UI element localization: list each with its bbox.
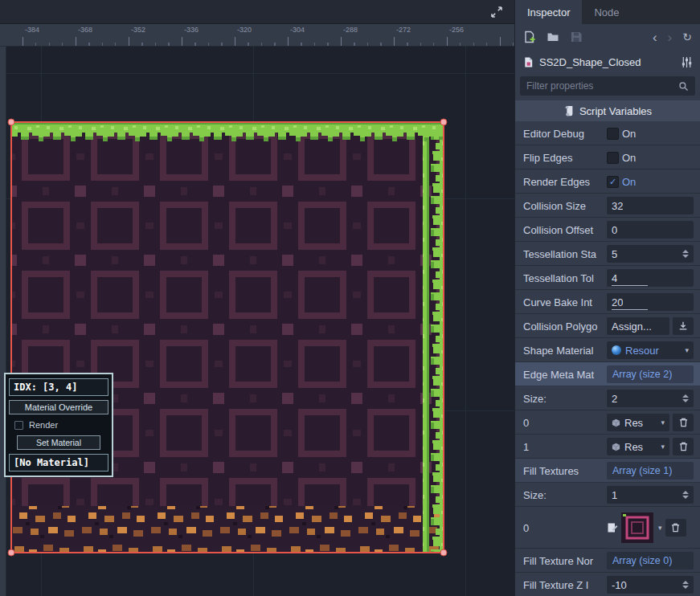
section-script-variables[interactable]: Script Variables bbox=[515, 100, 700, 121]
field-value: Resour bbox=[625, 345, 659, 357]
prop-value: 0 bbox=[607, 221, 694, 239]
spinner-icon[interactable] bbox=[682, 491, 689, 499]
prop-label: 0 bbox=[523, 417, 604, 429]
prop-label: Size: bbox=[523, 393, 604, 405]
prop-value: 20 bbox=[607, 293, 694, 311]
shape-handle-bottom-left[interactable] bbox=[8, 549, 15, 557]
prop-label: Collision Offset bbox=[523, 224, 604, 236]
prop-value: Res ▾ bbox=[607, 414, 694, 431]
prop-label: 0 bbox=[523, 522, 604, 534]
prop-label: Fill Texture Z I bbox=[523, 579, 604, 591]
search-icon bbox=[678, 81, 689, 92]
chevron-down-icon[interactable]: ▾ bbox=[658, 525, 662, 532]
prop-value: Res ▾ bbox=[607, 438, 694, 455]
render-checkbox[interactable] bbox=[14, 421, 23, 430]
tessellation-tolerance-input[interactable]: 4 bbox=[607, 269, 694, 287]
resource-extra-options-icon[interactable] bbox=[681, 56, 693, 68]
filter-placeholder: Filter properties bbox=[526, 80, 678, 92]
new-resource-icon[interactable] bbox=[523, 31, 536, 43]
prop-render-edges: Render Edges ✓ On bbox=[515, 169, 700, 194]
prop-value: -10 bbox=[607, 576, 694, 594]
checkbox-label: On bbox=[622, 152, 636, 164]
chevron-down-icon: ▾ bbox=[661, 419, 665, 427]
field-value: 0 bbox=[612, 224, 617, 236]
material-override-button[interactable]: Material Override bbox=[9, 400, 108, 414]
script-icon bbox=[563, 105, 575, 116]
prop-label: Editor Debug bbox=[523, 128, 604, 140]
curve-bake-interval-input[interactable]: 20 bbox=[607, 293, 694, 311]
fill-size-input[interactable]: 1 bbox=[607, 486, 694, 504]
fill-textures-array-button[interactable]: Array (size 1) bbox=[607, 462, 694, 480]
ruler-label: -352 bbox=[131, 26, 145, 34]
editor-debug-checkbox[interactable] bbox=[607, 128, 619, 140]
fill-texture-z-index-input[interactable]: -10 bbox=[607, 576, 694, 594]
prop-fill-size: Size: 1 bbox=[515, 483, 700, 507]
ruler-horizontal: -384 -368 -352 -336 -320 -304 -288 -272 … bbox=[0, 24, 514, 47]
inspector-toolbar: ‹ › ↻ bbox=[515, 24, 700, 50]
prop-label: Shape Material bbox=[523, 345, 604, 357]
expand-viewport-icon[interactable] bbox=[490, 6, 503, 18]
shape-fill-texture bbox=[11, 122, 444, 553]
shape-handle-top-right[interactable] bbox=[440, 119, 448, 126]
tessellation-stages-input[interactable]: 5 bbox=[607, 245, 694, 263]
render-edges-checkbox[interactable]: ✓ bbox=[607, 176, 619, 188]
fill-item-0-delete-button[interactable] bbox=[665, 519, 686, 537]
filter-input[interactable]: Filter properties bbox=[520, 76, 695, 96]
shape-handle-bottom-right[interactable] bbox=[440, 549, 448, 557]
field-value: 1 bbox=[612, 489, 617, 501]
prop-label: Fill Textures bbox=[523, 465, 604, 477]
load-resource-icon[interactable] bbox=[546, 31, 559, 43]
filter-row: Filter properties bbox=[515, 74, 700, 98]
tab-node[interactable]: Node bbox=[582, 0, 631, 24]
fill-texture-thumbnail[interactable] bbox=[621, 512, 653, 543]
edge-meta-materials-array-button[interactable]: Array (size 2) bbox=[607, 365, 694, 383]
spinner-icon[interactable] bbox=[682, 581, 689, 589]
spinner-icon[interactable] bbox=[682, 394, 689, 402]
fill-texture-normals-array-button[interactable]: Array (size 0) bbox=[607, 552, 694, 569]
prop-edge-meta-materials: Edge Meta Mat Array (size 2) bbox=[515, 362, 700, 386]
ss2d-shape[interactable] bbox=[11, 122, 444, 553]
edit-resource-icon[interactable] bbox=[607, 522, 618, 533]
edge-item-0-delete-button[interactable] bbox=[673, 414, 694, 431]
shape-handle-top-left[interactable] bbox=[8, 119, 15, 126]
ruler-label: -336 bbox=[184, 26, 199, 34]
tab-inspector[interactable]: Inspector bbox=[515, 0, 582, 24]
idx-tooltip: IDX: [3, 4] Material Override Render Set… bbox=[4, 373, 113, 477]
edge-meta-size-input[interactable]: 2 bbox=[607, 390, 694, 407]
panel-tabs: Inspector Node bbox=[515, 0, 700, 24]
shape-material-resource-dropdown[interactable]: Resour ▾ bbox=[607, 341, 694, 359]
object-history-icon[interactable]: ↻ bbox=[682, 31, 692, 43]
save-resource-icon[interactable] bbox=[570, 31, 583, 43]
material-resource-icon bbox=[612, 345, 621, 355]
collision-polygon-tool-button[interactable] bbox=[673, 317, 694, 335]
collision-size-input[interactable]: 32 bbox=[607, 197, 694, 214]
prop-edge-item-1: 1 Res ▾ bbox=[515, 435, 700, 459]
prop-label: Size: bbox=[523, 489, 604, 501]
spinner-icon[interactable] bbox=[682, 250, 689, 258]
resource-cube-icon bbox=[612, 418, 620, 427]
prop-value: On bbox=[607, 128, 694, 140]
prop-editor-debug: Editor Debug On bbox=[515, 121, 700, 145]
prop-edge-meta-size: Size: 2 bbox=[515, 386, 700, 410]
flip-edges-checkbox[interactable] bbox=[607, 152, 619, 164]
history-forward-icon[interactable]: › bbox=[668, 31, 673, 44]
edge-item-1-delete-button[interactable] bbox=[673, 438, 694, 455]
collision-offset-input[interactable]: 0 bbox=[607, 221, 694, 239]
ruler-label: -272 bbox=[396, 26, 411, 34]
resource-name: SS2D_Shape_Closed bbox=[539, 56, 676, 68]
field-value: 32 bbox=[612, 200, 623, 212]
prop-value: Array (size 2) bbox=[607, 365, 694, 383]
collision-polygon-assign-button[interactable]: Assign... bbox=[607, 317, 669, 335]
edit-underline bbox=[612, 309, 648, 310]
resource-icon bbox=[522, 56, 534, 68]
prop-label: Edge Meta Mat bbox=[523, 369, 604, 381]
edge-item-1-resource-dropdown[interactable]: Res ▾ bbox=[607, 438, 669, 455]
prop-value: Resour ▾ bbox=[607, 341, 694, 359]
idx-label: IDX: [3, 4] bbox=[9, 378, 108, 396]
set-material-button[interactable]: Set Material bbox=[17, 435, 100, 450]
prop-value: Array (size 0) bbox=[607, 552, 694, 569]
prop-label: Flip Edges bbox=[523, 152, 604, 164]
prop-curve-bake-interval: Curve Bake Int 20 bbox=[515, 290, 700, 314]
history-back-icon[interactable]: ‹ bbox=[653, 31, 657, 44]
edge-item-0-resource-dropdown[interactable]: Res ▾ bbox=[607, 414, 669, 431]
